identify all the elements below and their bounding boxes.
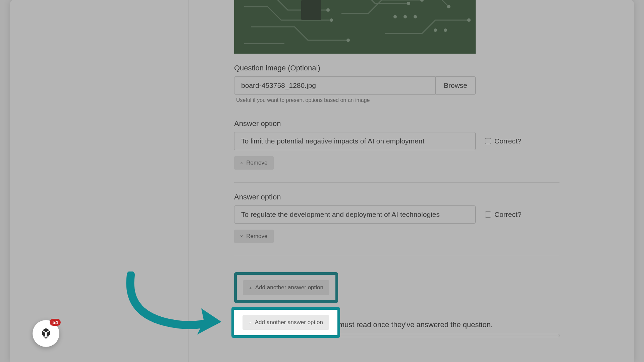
remove-button-1[interactable]: × Remove xyxy=(234,156,274,170)
svg-point-3 xyxy=(330,18,333,22)
image-help-text: Useful if you want to present options ba… xyxy=(236,97,621,103)
feedback-input[interactable] xyxy=(234,334,559,337)
answer-option-1: Answer option Correct? × Remove xyxy=(234,119,621,183)
feedback-label: Add any feedback that the user must read… xyxy=(234,320,621,329)
svg-marker-21 xyxy=(43,336,49,339)
remove-button-2[interactable]: × Remove xyxy=(234,230,274,243)
correct-checkbox-1[interactable] xyxy=(485,138,491,144)
question-image-preview xyxy=(234,0,476,54)
answer-option-2: Answer option Correct? × Remove xyxy=(234,193,621,256)
file-name-display[interactable]: board-453758_1280.jpg xyxy=(234,76,436,95)
svg-marker-19 xyxy=(47,331,50,337)
add-option-label: Add another answer option xyxy=(255,284,323,291)
app-window: Question image (Optional) board-453758_1… xyxy=(10,0,634,362)
close-icon: × xyxy=(240,234,243,239)
svg-marker-20 xyxy=(42,331,45,337)
add-another-answer-button[interactable]: + Add another answer option xyxy=(243,280,329,295)
correct-label: Correct? xyxy=(494,137,522,145)
svg-point-4 xyxy=(346,39,350,42)
svg-point-7 xyxy=(467,18,471,22)
content-area: Question image (Optional) board-453758_1… xyxy=(10,0,634,362)
svg-point-8 xyxy=(447,5,450,8)
correct-checkbox-2[interactable] xyxy=(485,212,491,218)
answer-input-2[interactable] xyxy=(234,205,476,224)
correct-group-1: Correct? xyxy=(485,137,522,145)
svg-point-10 xyxy=(404,15,407,18)
plus-icon: + xyxy=(249,285,252,291)
remove-label: Remove xyxy=(246,160,267,166)
correct-group-2: Correct? xyxy=(485,210,522,219)
answer-option-label: Answer option xyxy=(234,119,621,128)
svg-point-2 xyxy=(326,8,330,12)
left-sidebar xyxy=(10,0,189,362)
svg-point-9 xyxy=(393,15,397,18)
add-option-highlight-wrap: + Add another answer option xyxy=(234,272,338,303)
svg-point-13 xyxy=(444,28,447,32)
svg-point-5 xyxy=(407,2,410,5)
question-image-label: Question image (Optional) xyxy=(234,64,621,72)
chat-logo-icon xyxy=(39,327,53,340)
main-panel: Question image (Optional) board-453758_1… xyxy=(189,0,634,362)
answer-input-1[interactable] xyxy=(234,132,476,150)
file-input-group: board-453758_1280.jpg Browse xyxy=(234,76,476,95)
chat-widget-button[interactable]: 54 xyxy=(33,320,59,347)
answer-option-label: Answer option xyxy=(234,193,621,201)
correct-label: Correct? xyxy=(494,210,522,219)
close-icon: × xyxy=(240,160,243,166)
divider xyxy=(234,182,559,183)
browse-button[interactable]: Browse xyxy=(436,76,476,95)
svg-marker-18 xyxy=(43,328,49,332)
divider xyxy=(234,256,559,256)
chat-badge: 54 xyxy=(50,319,61,326)
svg-point-12 xyxy=(434,28,437,32)
remove-label: Remove xyxy=(246,233,267,240)
svg-point-11 xyxy=(414,15,417,18)
svg-rect-17 xyxy=(301,0,321,20)
